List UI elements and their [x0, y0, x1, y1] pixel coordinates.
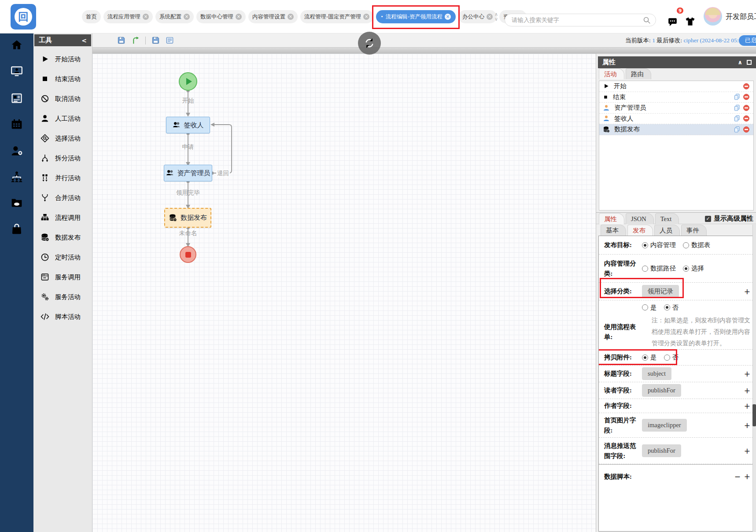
tab-process-mgmt-fixed-assets[interactable]: 流程管理-固定资产管理× [300, 10, 373, 23]
messages-icon[interactable] [667, 17, 678, 27]
copy-icon[interactable] [734, 115, 741, 122]
close-icon[interactable]: × [236, 14, 242, 20]
tab-activities[interactable]: 活动 [599, 68, 624, 79]
tab-content-mgmt-settings[interactable]: 内容管理设置× [248, 10, 298, 23]
tool-choice-activity[interactable]: 选择活动 [33, 131, 92, 146]
add-icon[interactable]: + [741, 421, 750, 430]
node-asset-manager[interactable]: 资产管理员 [164, 165, 212, 181]
category-chip[interactable]: 领用记录 [642, 285, 679, 298]
tab-text[interactable]: Text [655, 213, 679, 224]
activity-row-end[interactable]: 结束 [599, 92, 753, 103]
end-node[interactable] [180, 246, 196, 263]
edge-label-start[interactable]: 开始 [175, 97, 201, 105]
node-data-publish[interactable]: 数据发布 [164, 208, 211, 228]
node-receiver[interactable]: 签收人 [166, 117, 210, 133]
panel-scrollbar[interactable] [752, 225, 756, 532]
activity-row-start[interactable]: 开始 [599, 81, 753, 92]
panel-collapse-icon[interactable]: ∧ [738, 59, 742, 66]
username[interactable]: 开发部员工 [726, 12, 756, 22]
field-chip[interactable]: publishFor [642, 444, 681, 457]
radio-yes[interactable]: 是 [642, 303, 657, 312]
delete-icon[interactable] [743, 126, 750, 133]
radio-content-mgmt[interactable]: 内容管理 [642, 241, 676, 249]
panel-maximize-icon[interactable] [747, 60, 752, 65]
save-as-icon[interactable] [151, 36, 160, 44]
edge-label-apply[interactable]: 申请 [175, 143, 201, 151]
delete-icon[interactable] [743, 83, 750, 90]
tool-data-publish[interactable]: 数据发布 [33, 230, 92, 245]
tool-service-call[interactable]: 服务调用 [33, 270, 92, 284]
close-icon[interactable]: × [487, 14, 493, 20]
workflow-canvas[interactable]: 开始 签收人 申请 资产管理员 退回 领用完毕 数据发布 未命名 [92, 54, 596, 532]
tool-end-activity[interactable]: 结束活动 [33, 71, 92, 86]
home-icon[interactable] [11, 39, 23, 51]
field-chip[interactable]: imageclipper [642, 419, 687, 432]
close-icon[interactable]: × [184, 14, 190, 20]
tab-data-center-mgmt[interactable]: 数据中心管理× [196, 10, 246, 23]
radio-icon[interactable] [683, 266, 689, 272]
tool-parallel-activity[interactable]: 并行活动 [33, 170, 92, 185]
search-icon[interactable] [643, 16, 651, 24]
radio-data-path[interactable]: 数据路径 [642, 264, 676, 273]
video-conference-icon[interactable] [11, 65, 23, 78]
tab-scroll-control[interactable]: ∧ ∨ [492, 12, 500, 22]
activity-row-asset-manager[interactable]: 资产管理员 [599, 103, 753, 114]
tool-service-activity[interactable]: 服务活动 [33, 289, 92, 304]
copy-icon[interactable] [734, 93, 741, 100]
delete-icon[interactable] [743, 104, 750, 111]
tool-manual-activity[interactable]: 人工活动 [33, 111, 92, 126]
radio-select[interactable]: 选择 [683, 264, 704, 273]
tab-system-config[interactable]: 系统配置× [155, 10, 194, 23]
tab-routes[interactable]: 路由 [626, 68, 651, 79]
tool-cancel-activity[interactable]: 取消活动 [33, 91, 92, 106]
tool-process-call[interactable]: 流程调用 [33, 210, 92, 225]
radio-icon[interactable] [642, 304, 648, 310]
copy-icon[interactable] [734, 126, 741, 133]
avatar[interactable] [704, 7, 722, 26]
field-chip[interactable]: subject [642, 367, 671, 380]
activity-row-data-publish[interactable]: 数据发布 [599, 124, 753, 135]
form-list-icon[interactable] [166, 36, 174, 44]
checkbox-checked-icon[interactable]: ✓ [705, 216, 711, 222]
activity-row-receiver[interactable]: 签收人 [599, 114, 753, 125]
remove-icon[interactable]: − [731, 472, 741, 481]
radio-yes[interactable]: 是 [642, 353, 657, 362]
radio-data-table[interactable]: 数据表 [683, 241, 711, 249]
refresh-sync-button[interactable] [358, 32, 381, 55]
news-icon[interactable] [11, 92, 23, 104]
tool-split-activity[interactable]: 拆分活动 [33, 151, 92, 166]
tab-basic[interactable]: 基本 [601, 225, 626, 236]
save-icon[interactable] [117, 36, 125, 44]
add-icon[interactable]: + [741, 287, 750, 296]
radio-icon[interactable] [683, 242, 689, 248]
close-icon[interactable]: × [288, 14, 294, 20]
advanced-properties-toggle[interactable]: ✓ 显示高级属性 [705, 214, 753, 223]
add-icon[interactable]: + [741, 369, 750, 378]
tab-events[interactable]: 事件 [681, 225, 707, 236]
app-store-icon[interactable] [11, 223, 23, 235]
delete-icon[interactable] [743, 115, 750, 122]
add-icon[interactable]: + [741, 472, 750, 481]
radio-icon[interactable] [664, 304, 670, 310]
tab-process-edit-active[interactable]: • 流程编辑-资产领用流程 × [376, 10, 456, 23]
radio-no[interactable]: 否 [664, 353, 679, 362]
tab-json[interactable]: JSON [626, 213, 654, 224]
add-icon[interactable]: + [741, 402, 750, 410]
copy-icon[interactable] [734, 104, 741, 111]
tab-office-center[interactable]: 办公中心× [458, 10, 497, 23]
edge-label-back[interactable]: 退回 [216, 170, 230, 177]
start-node[interactable] [179, 72, 197, 91]
status-enabled-button[interactable]: 已启用 [739, 35, 756, 46]
org-chart-icon[interactable] [11, 171, 23, 183]
close-icon[interactable]: × [445, 14, 451, 20]
app-logo[interactable]: 回 [11, 4, 36, 30]
tab-process-app-mgmt[interactable]: 流程应用管理× [103, 10, 153, 23]
edge-label-received[interactable]: 领用完毕 [170, 189, 206, 197]
tool-timer-activity[interactable]: 定时活动 [33, 250, 92, 265]
edge-label-unnamed[interactable]: 未命名 [175, 229, 201, 237]
user-settings-icon[interactable] [11, 145, 23, 157]
field-chip[interactable]: publishFor [642, 384, 681, 397]
chevron-down-icon[interactable]: ∨ [492, 17, 500, 22]
delete-icon[interactable] [743, 93, 750, 100]
scrollbar-thumb[interactable] [752, 404, 756, 426]
